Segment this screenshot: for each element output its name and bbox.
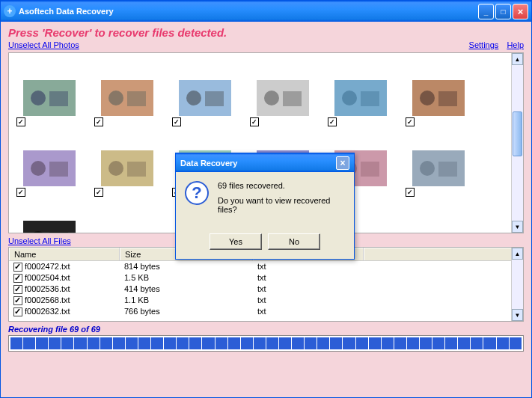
photo-scrollbar[interactable]: ▲ ▼ bbox=[511, 53, 523, 233]
svg-rect-14 bbox=[361, 91, 379, 106]
table-row[interactable]: f0002504.txt1.5 KBtxt bbox=[9, 272, 523, 284]
photo-thumb[interactable]: ✓ bbox=[168, 59, 242, 126]
svg-rect-23 bbox=[127, 162, 146, 177]
file-checkbox[interactable] bbox=[13, 263, 22, 272]
svg-point-16 bbox=[420, 91, 435, 105]
svg-point-19 bbox=[31, 161, 46, 176]
file-size: 1.1 KB bbox=[120, 295, 253, 306]
table-row[interactable]: f0002632.txt766 bytestxt bbox=[9, 306, 523, 317]
scroll-down-icon[interactable]: ▼ bbox=[512, 309, 523, 321]
file-checkbox[interactable] bbox=[13, 274, 22, 283]
photo-thumb[interactable]: ✓ bbox=[323, 59, 398, 126]
yes-button[interactable]: Yes bbox=[210, 233, 262, 250]
progress-segment bbox=[74, 337, 86, 349]
progress-segment bbox=[241, 337, 253, 349]
svg-point-10 bbox=[264, 91, 279, 105]
thumbnail-image bbox=[179, 80, 231, 116]
dialog-titlebar: Data Recovery × bbox=[176, 153, 354, 172]
progress-segment bbox=[382, 337, 394, 349]
photo-checkbox[interactable]: ✓ bbox=[406, 188, 415, 197]
progress-segment bbox=[279, 337, 291, 349]
table-row[interactable]: f0002472.txt814 bytestxt bbox=[9, 261, 523, 272]
thumbnail-image bbox=[412, 80, 465, 116]
progress-segment bbox=[177, 337, 189, 349]
svg-rect-17 bbox=[438, 91, 457, 106]
file-size: 766 bytes bbox=[120, 306, 253, 317]
file-checkbox[interactable] bbox=[13, 307, 22, 316]
file-checkbox[interactable] bbox=[13, 296, 22, 305]
photo-thumb[interactable]: ✓ bbox=[12, 129, 87, 197]
file-size: 414 bytes bbox=[120, 284, 253, 295]
minimize-button[interactable]: _ bbox=[478, 4, 494, 19]
progress-segment bbox=[343, 337, 355, 349]
photo-checkbox[interactable]: ✓ bbox=[16, 117, 25, 126]
svg-rect-11 bbox=[283, 91, 302, 106]
photo-thumb[interactable]: ✓ bbox=[90, 129, 165, 197]
progress-segment bbox=[138, 337, 150, 349]
photo-checkbox[interactable]: ✓ bbox=[16, 188, 25, 197]
thumbnail-image bbox=[334, 80, 387, 116]
progress-segment bbox=[266, 337, 278, 349]
app-icon: + bbox=[4, 5, 16, 17]
photo-thumb[interactable]: ✓ bbox=[12, 200, 87, 233]
photo-thumb[interactable]: ✓ bbox=[401, 59, 476, 126]
close-button[interactable]: × bbox=[513, 4, 528, 19]
thumbnail-image bbox=[101, 80, 153, 116]
recovery-dialog: Data Recovery × ? 69 files recovered. Do… bbox=[175, 153, 355, 260]
progress-segment bbox=[100, 337, 112, 349]
photo-checkbox[interactable]: ✓ bbox=[94, 117, 103, 126]
svg-rect-36 bbox=[23, 221, 76, 233]
unselect-photos-link[interactable]: Unselect All Photos bbox=[8, 40, 79, 49]
progress-segment bbox=[88, 337, 100, 349]
help-link[interactable]: Help bbox=[507, 40, 524, 49]
file-checkbox[interactable] bbox=[13, 285, 22, 294]
scroll-up-icon[interactable]: ▲ bbox=[512, 53, 523, 65]
photo-checkbox[interactable]: ✓ bbox=[94, 188, 103, 197]
col-spacer bbox=[364, 248, 523, 260]
photo-checkbox[interactable]: ✓ bbox=[328, 117, 337, 126]
thumbnail-image bbox=[101, 150, 153, 186]
dialog-close-button[interactable]: × bbox=[336, 156, 349, 170]
progress-segment bbox=[458, 337, 470, 349]
col-name[interactable]: Name bbox=[9, 248, 120, 260]
files-scrollbar[interactable]: ▲ ▼ bbox=[511, 248, 523, 321]
photo-checkbox[interactable]: ✓ bbox=[250, 117, 259, 126]
progress-segment bbox=[356, 337, 368, 349]
settings-link[interactable]: Settings bbox=[469, 40, 499, 49]
progress-segment bbox=[202, 337, 214, 349]
progress-segment bbox=[113, 337, 125, 349]
progress-segment bbox=[317, 337, 329, 349]
progress-bar bbox=[8, 335, 524, 352]
scroll-down-icon[interactable]: ▼ bbox=[512, 221, 523, 233]
photo-thumb[interactable]: ✓ bbox=[245, 59, 320, 126]
file-size: 814 bytes bbox=[120, 261, 253, 272]
maximize-button[interactable]: □ bbox=[495, 4, 511, 19]
window-title: Asoftech Data Recovery bbox=[19, 7, 477, 16]
scroll-thumb[interactable] bbox=[513, 111, 522, 156]
progress-segment bbox=[254, 337, 266, 349]
progress-segment bbox=[126, 337, 138, 349]
progress-segment bbox=[510, 337, 522, 349]
photo-checkbox[interactable]: ✓ bbox=[406, 117, 415, 126]
file-name: f0002504.txt bbox=[25, 273, 70, 282]
photo-thumb[interactable]: ✓ bbox=[12, 59, 87, 126]
unselect-files-link[interactable]: Unselect All Files bbox=[8, 236, 71, 245]
progress-segment bbox=[445, 337, 457, 349]
progress-segment bbox=[420, 337, 432, 349]
svg-point-1 bbox=[31, 91, 46, 105]
photo-thumb[interactable]: ✓ bbox=[90, 59, 165, 126]
dialog-line2: Do you want to view recovered files? bbox=[218, 196, 345, 214]
file-ext: txt bbox=[253, 261, 364, 272]
scroll-up-icon[interactable]: ▲ bbox=[512, 248, 523, 260]
table-row[interactable]: f0002536.txt414 bytestxt bbox=[9, 284, 523, 295]
svg-rect-5 bbox=[127, 91, 146, 106]
progress-segment bbox=[23, 337, 35, 349]
photo-thumb[interactable]: ✓ bbox=[401, 129, 476, 197]
progress-segment bbox=[10, 337, 22, 349]
thumbnail-image bbox=[23, 80, 76, 116]
photo-checkbox[interactable]: ✓ bbox=[172, 117, 181, 126]
progress-segment bbox=[36, 337, 48, 349]
no-button[interactable]: No bbox=[268, 233, 320, 250]
table-row[interactable]: f0002568.txt1.1 KBtxt bbox=[9, 295, 523, 306]
svg-rect-8 bbox=[205, 91, 224, 106]
